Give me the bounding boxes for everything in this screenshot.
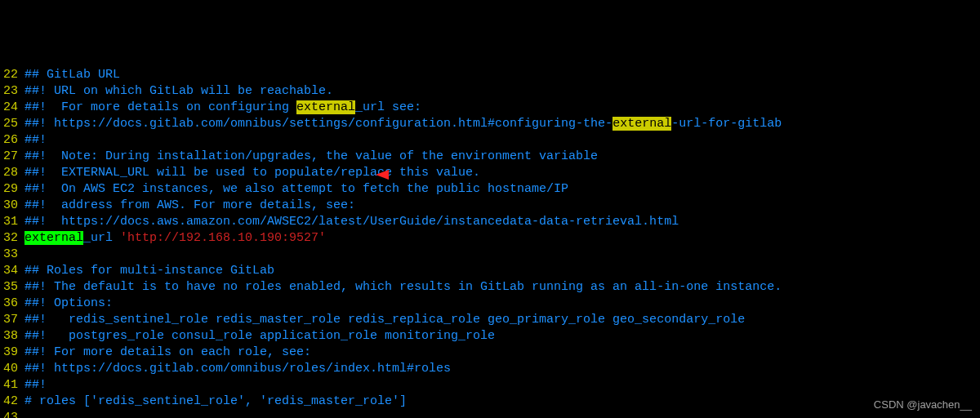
line-content: ##! https://docs.gitlab.com/omnibus/sett…	[24, 116, 782, 132]
code-line[interactable]: 32external_url 'http://192.168.10.190:95…	[0, 230, 980, 247]
line-number: 37	[0, 312, 24, 328]
line-content: external_url 'http://192.168.10.190:9527…	[24, 230, 326, 247]
code-line[interactable]: 40##! https://docs.gitlab.com/omnibus/ro…	[0, 361, 980, 377]
code-line[interactable]: 35##! The default is to have no roles en…	[0, 279, 980, 296]
code-line[interactable]: 28##! EXTERNAL_URL will be used to popul…	[0, 165, 980, 181]
line-content: ##! Options:	[24, 296, 113, 312]
code-line[interactable]: 34## Roles for multi-instance GitLab	[0, 263, 980, 279]
line-number: 40	[0, 361, 24, 377]
code-line[interactable]: 22## GitLab URL	[0, 67, 980, 83]
line-number: 24	[0, 100, 24, 116]
line-number: 36	[0, 296, 24, 312]
line-number: 22	[0, 67, 24, 83]
code-line[interactable]: 43	[0, 410, 980, 418]
code-line[interactable]: 26##!	[0, 132, 980, 149]
line-number: 41	[0, 377, 24, 394]
line-number: 39	[0, 345, 24, 361]
line-content: ##! For more details on configuring exte…	[24, 100, 421, 116]
line-content: ## Roles for multi-instance GitLab	[24, 263, 274, 279]
code-line[interactable]: 38##! postgres_role consul_role applicat…	[0, 328, 980, 345]
line-content: ##! address from AWS. For more details, …	[24, 198, 355, 214]
watermark: CSDN @javachen__	[874, 397, 972, 413]
code-line[interactable]: 29##! On AWS EC2 instances, we also atte…	[0, 181, 980, 198]
line-number: 25	[0, 116, 24, 132]
line-number: 31	[0, 214, 24, 230]
code-line[interactable]: 41##!	[0, 377, 980, 394]
code-line[interactable]: 42# roles ['redis_sentinel_role', 'redis…	[0, 394, 980, 410]
line-content: ##! https://docs.gitlab.com/omnibus/role…	[24, 361, 451, 377]
code-line[interactable]: 27##! Note: During installation/upgrades…	[0, 149, 980, 165]
code-line[interactable]: 23##! URL on which GitLab will be reacha…	[0, 83, 980, 100]
line-number: 35	[0, 279, 24, 296]
code-line[interactable]: 24##! For more details on configuring ex…	[0, 100, 980, 116]
line-content: ##! https://docs.aws.amazon.com/AWSEC2/l…	[24, 214, 679, 230]
line-content: ##! EXTERNAL_URL will be used to populat…	[24, 165, 480, 181]
line-content: ##! For more details on each role, see:	[24, 345, 311, 361]
line-content: ## GitLab URL	[24, 67, 120, 83]
line-content: ##! Note: During installation/upgrades, …	[24, 149, 598, 165]
line-content: # roles ['redis_sentinel_role', 'redis_m…	[24, 394, 407, 410]
line-number: 23	[0, 83, 24, 100]
line-content: ##! The default is to have no roles enab…	[24, 279, 782, 296]
line-number: 29	[0, 181, 24, 198]
line-number: 30	[0, 198, 24, 214]
line-number: 28	[0, 165, 24, 181]
code-line[interactable]: 36##! Options:	[0, 296, 980, 312]
code-line[interactable]: 25##! https://docs.gitlab.com/omnibus/se…	[0, 116, 980, 132]
code-line[interactable]: 39##! For more details on each role, see…	[0, 345, 980, 361]
line-number: 43	[0, 410, 24, 418]
code-line[interactable]: 33	[0, 247, 980, 263]
code-line[interactable]: 30##! address from AWS. For more details…	[0, 198, 980, 214]
line-number: 33	[0, 247, 24, 263]
line-content: ##! On AWS EC2 instances, we also attemp…	[24, 181, 568, 198]
code-editor[interactable]: 22## GitLab URL23##! URL on which GitLab…	[0, 67, 980, 418]
code-line[interactable]: 31##! https://docs.aws.amazon.com/AWSEC2…	[0, 214, 980, 230]
line-content: ##! redis_sentinel_role redis_master_rol…	[24, 312, 745, 328]
line-number: 34	[0, 263, 24, 279]
line-number: 38	[0, 328, 24, 345]
line-content: ##!	[24, 377, 47, 394]
line-number: 27	[0, 149, 24, 165]
line-number: 32	[0, 230, 24, 247]
line-content: ##! URL on which GitLab will be reachabl…	[24, 83, 333, 100]
code-line[interactable]: 37##! redis_sentinel_role redis_master_r…	[0, 312, 980, 328]
line-content: ##! postgres_role consul_role applicatio…	[24, 328, 495, 345]
line-content: ##!	[24, 132, 47, 149]
line-number: 26	[0, 132, 24, 149]
line-number: 42	[0, 394, 24, 410]
